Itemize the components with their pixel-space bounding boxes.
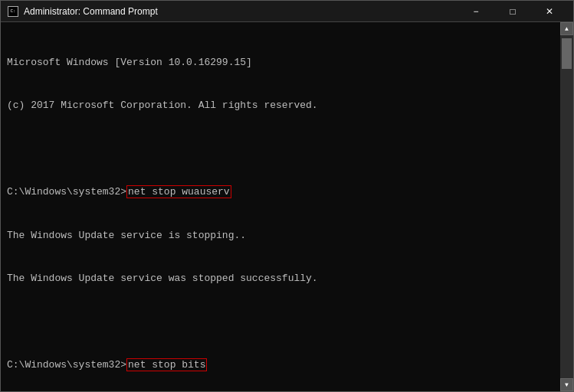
window-title: Administrator: Command Prompt xyxy=(24,6,458,17)
terminal[interactable]: Microsoft Windows [Version 10.0.16299.15… xyxy=(1,22,560,391)
title-bar: Administrator: Command Prompt − □ ✕ xyxy=(1,1,573,22)
scroll-up-button[interactable]: ▲ xyxy=(560,22,573,35)
line-header2: (c) 2017 Microsoft Corporation. All righ… xyxy=(7,99,554,113)
cmd-window: Administrator: Command Prompt − □ ✕ Micr… xyxy=(0,0,574,392)
maximize-button[interactable]: □ xyxy=(495,1,530,22)
line-out2: The Windows Update service was stopped s… xyxy=(7,272,554,286)
minimize-button[interactable]: − xyxy=(458,1,494,22)
content-area: Microsoft Windows [Version 10.0.16299.15… xyxy=(1,22,573,391)
line-prompt1: C:\Windows\system32>net stop wuauserv xyxy=(7,185,554,200)
scroll-thumb[interactable] xyxy=(562,38,572,69)
line-blank1 xyxy=(7,142,554,157)
line-prompt2: C:\Windows\system32>net stop bits xyxy=(7,358,554,373)
scroll-down-button[interactable]: ▼ xyxy=(560,378,573,391)
close-button[interactable]: ✕ xyxy=(532,1,567,22)
scrollbar[interactable]: ▲ ▼ xyxy=(560,22,573,391)
line-out1: The Windows Update service is stopping.. xyxy=(7,229,554,243)
cmd-icon xyxy=(8,6,18,17)
line-header1: Microsoft Windows [Version 10.0.16299.15… xyxy=(7,56,554,70)
command2-highlight: net stop bits xyxy=(126,358,207,371)
window-icon xyxy=(7,5,19,18)
prompt2-text: C:\Windows\system32> xyxy=(7,359,126,371)
line-blank2 xyxy=(7,315,554,330)
title-controls: − □ ✕ xyxy=(458,1,567,22)
command1-highlight: net stop wuauserv xyxy=(126,185,231,198)
prompt1-text: C:\Windows\system32> xyxy=(7,186,126,198)
scroll-track[interactable] xyxy=(560,35,573,378)
